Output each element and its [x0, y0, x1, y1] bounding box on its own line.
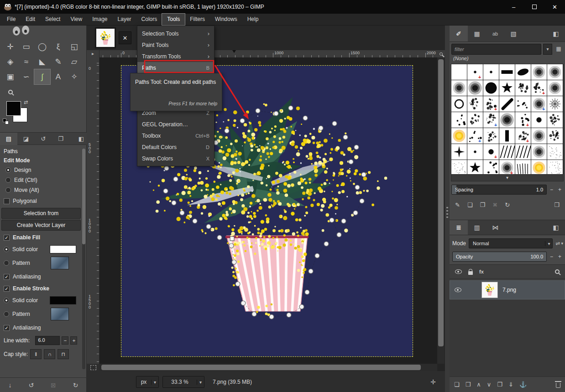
opacity-decrease-button[interactable]: − — [548, 253, 555, 261]
canvas-horizontal-scrollbar[interactable] — [99, 364, 437, 371]
brush-view-toggle-icon[interactable]: ▦ — [554, 44, 563, 55]
fill-color-swatch[interactable] — [50, 245, 76, 253]
brush-swatch[interactable] — [451, 64, 467, 80]
panel-splitter[interactable] — [445, 26, 450, 392]
line-width-increase-button[interactable]: + — [70, 336, 77, 345]
vertical-ruler[interactable]: 050010001500 — [87, 57, 99, 364]
reset-tool-options-icon[interactable]: ↻ — [73, 382, 78, 389]
eraser-tool[interactable]: ▱ — [66, 54, 82, 69]
tools-menu-item-default-colors[interactable]: Default ColorsD — [137, 141, 214, 153]
brush-swatch[interactable] — [547, 80, 563, 96]
restore-tool-preset-icon[interactable]: ↺ — [28, 382, 34, 389]
menu-file[interactable]: File — [2, 14, 21, 25]
paths-tool[interactable]: ∫ — [34, 69, 50, 84]
enable-stroke-checkbox[interactable]: ✓ Enable Stroke — [0, 283, 83, 294]
menu-layer[interactable]: Layer — [113, 14, 136, 25]
configure-tab-button[interactable]: ◧ — [547, 220, 565, 235]
spacing-increase-button[interactable]: + — [556, 186, 563, 194]
tools-menu-item-toolbox[interactable]: ToolboxCtrl+B — [137, 130, 214, 141]
selection-from-path-button[interactable]: Selection from — [1, 208, 81, 219]
brush-swatch[interactable] — [467, 160, 483, 175]
brush-swatch[interactable] — [499, 144, 515, 160]
minimize-button[interactable]: – — [503, 0, 524, 14]
tools-menu-item-paths[interactable]: PathsB — [137, 62, 214, 73]
edit-brush-icon[interactable]: ✎ — [455, 201, 460, 208]
delete-layer-icon[interactable] — [556, 383, 560, 388]
close-button[interactable]: ✕ — [544, 0, 565, 14]
raise-layer-icon[interactable]: ∧ — [476, 381, 481, 388]
fill-pattern-swatch[interactable] — [51, 257, 69, 269]
menu-tools[interactable]: Tools — [162, 14, 185, 25]
navigation-preview-button[interactable]: ✛ — [428, 377, 438, 387]
tab-patterns[interactable]: ▦ — [468, 26, 486, 41]
spacing-decrease-button[interactable]: − — [548, 186, 555, 194]
opacity-slider[interactable]: Opacity 100.0 — [452, 252, 547, 262]
duplicate-layer-icon[interactable]: ❐ — [497, 381, 502, 388]
brush-swatch[interactable] — [547, 128, 563, 144]
brush-swatch[interactable] — [451, 144, 467, 160]
line-width-decrease-button[interactable]: − — [62, 336, 68, 345]
default-colors-icon[interactable] — [3, 119, 9, 125]
zoom-tool[interactable] — [2, 84, 18, 99]
cap-style-butt-button[interactable]: ‖ — [30, 349, 42, 359]
fill-pattern-radio[interactable]: Pattern — [0, 255, 83, 271]
layer-row[interactable]: 7.png — [450, 280, 565, 299]
brush-swatch[interactable] — [547, 160, 563, 175]
brush-swatch[interactable]: + — [467, 64, 483, 80]
tab-tool-options[interactable]: ▤ — [0, 133, 17, 145]
brush-swatch[interactable] — [467, 144, 483, 160]
zoom-follow-window-button[interactable] — [437, 50, 445, 57]
brush-swatch[interactable] — [531, 160, 547, 175]
brush-swatch[interactable] — [515, 96, 531, 112]
brush-swatch[interactable]: + — [467, 128, 483, 144]
brush-swatch[interactable] — [483, 128, 499, 144]
zoom-select[interactable]: 33.3 % ▾ — [162, 376, 204, 388]
canvas-vertical-scrollbar[interactable] — [437, 57, 445, 364]
brush-swatch[interactable] — [467, 96, 483, 112]
stroke-pattern-swatch[interactable] — [51, 308, 69, 320]
brush-grid-expand[interactable]: ▾ — [451, 174, 564, 181]
menu-help[interactable]: Help — [242, 14, 264, 25]
stroke-pattern-radio[interactable]: Pattern — [0, 306, 83, 322]
fill-solid-color-radio[interactable]: Solid color — [0, 243, 83, 255]
merge-layer-icon[interactable]: ⇓ — [508, 381, 513, 388]
tools-menu-item-swap-colors[interactable]: Swap ColorsX — [137, 153, 214, 164]
edit-mode-design[interactable]: Design — [0, 165, 83, 175]
brush-swatch[interactable] — [483, 160, 499, 175]
menu-colors[interactable]: Colors — [136, 14, 162, 25]
effects-column-label[interactable]: fx — [479, 269, 484, 274]
brush-swatch[interactable] — [483, 80, 499, 96]
brush-swatch[interactable] — [515, 144, 531, 160]
unified-transform-tool[interactable]: ◈ — [2, 54, 18, 69]
crop-tool[interactable]: ◱ — [66, 39, 82, 54]
brush-filter-input[interactable] — [451, 44, 541, 55]
brush-swatch[interactable]: + — [483, 96, 499, 112]
clone-tool[interactable]: ▣ — [2, 69, 18, 84]
anchor-layer-icon[interactable]: ⚓ — [519, 381, 527, 388]
cap-style-round-button[interactable]: ∩ — [44, 349, 55, 359]
tab-paths[interactable]: ⋈ — [486, 220, 504, 235]
switch-mode-group-icon[interactable]: ⇌ — [555, 240, 560, 247]
configure-tab-button[interactable]: ◧ — [76, 133, 87, 145]
stroke-solid-color-radio[interactable]: Solid color — [0, 294, 83, 306]
edit-mode-edit-ctrl-[interactable]: Edit (Ctrl) — [0, 175, 83, 185]
layer-visibility-icon[interactable] — [455, 288, 461, 292]
edit-mode-move-alt-[interactable]: Move (Alt) — [0, 185, 83, 195]
brush-swatch[interactable] — [499, 128, 515, 144]
delete-brush-icon[interactable]: ✖ — [492, 201, 497, 208]
tab-layers[interactable]: ≣ — [450, 220, 468, 235]
tab-fonts[interactable]: ab — [486, 26, 504, 41]
close-image-button[interactable]: ✕ — [119, 31, 131, 44]
text-tool[interactable]: A — [50, 69, 66, 84]
brush-swatch[interactable] — [547, 144, 563, 160]
opacity-increase-button[interactable]: + — [556, 253, 563, 261]
move-tool[interactable]: ✛ — [2, 39, 18, 54]
brush-swatch[interactable] — [515, 80, 531, 96]
menu-select[interactable]: Select — [40, 14, 65, 25]
foreground-color-swatch[interactable] — [6, 101, 21, 116]
brush-swatch[interactable] — [531, 144, 547, 160]
quick-mask-toggle[interactable] — [87, 364, 99, 371]
brush-swatch[interactable] — [451, 160, 467, 175]
save-tool-preset-icon[interactable]: ↓ — [8, 382, 11, 389]
rectangle-select-tool[interactable]: ▭ — [18, 39, 34, 54]
